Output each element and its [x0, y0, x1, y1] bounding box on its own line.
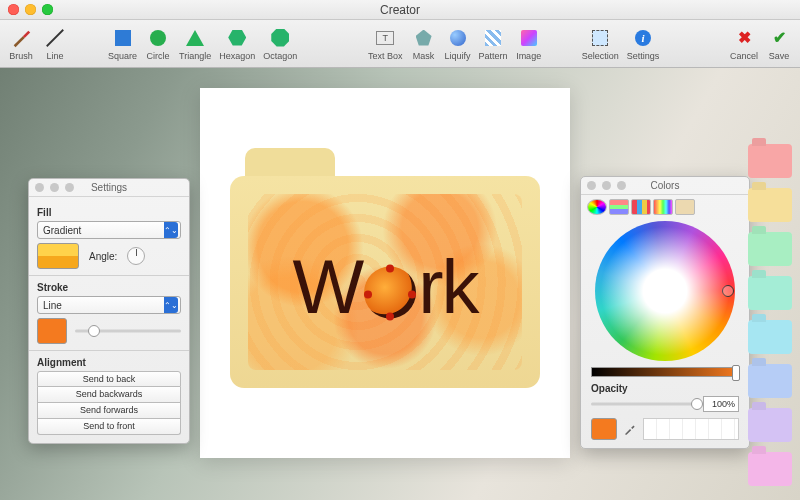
- save-button-label: Save: [769, 51, 790, 61]
- selection-tool[interactable]: Selection: [582, 27, 619, 61]
- image-tool[interactable]: Image: [516, 27, 542, 61]
- fill-section-label: Fill: [37, 207, 181, 218]
- save-icon: ✔: [771, 30, 787, 46]
- line-tool[interactable]: Line: [42, 27, 68, 61]
- folder-text-o-ornament: [364, 267, 416, 319]
- info-icon: i: [635, 30, 651, 46]
- folder-swatch-teal[interactable]: [748, 276, 792, 310]
- settings-tool-label: Settings: [627, 51, 660, 61]
- angle-label: Angle:: [89, 251, 117, 262]
- folder-swatch-green[interactable]: [748, 232, 792, 266]
- folder-swatch-yellow[interactable]: [748, 188, 792, 222]
- canvas[interactable]: Wrk: [200, 88, 570, 458]
- folder-swatch-magenta[interactable]: [748, 452, 792, 486]
- current-color-swatch[interactable]: [591, 418, 617, 440]
- selection-tool-label: Selection: [582, 51, 619, 61]
- settings-panel-titlebar[interactable]: Settings: [29, 179, 189, 197]
- circle-tool[interactable]: Circle: [145, 27, 171, 61]
- cancel-icon: ✖: [736, 30, 752, 46]
- brightness-slider[interactable]: [591, 367, 739, 377]
- slider-thumb[interactable]: [88, 325, 100, 337]
- settings-panel-title: Settings: [29, 182, 189, 193]
- cancel-button[interactable]: ✖ Cancel: [730, 27, 758, 61]
- settings-panel[interactable]: Settings Fill Gradient ⌃⌄ Angle: Stroke …: [28, 178, 190, 444]
- folder-color-swatches: [748, 144, 792, 486]
- pattern-tool[interactable]: Pattern: [479, 27, 508, 61]
- hexagon-tool-label: Hexagon: [219, 51, 255, 61]
- circle-icon: [150, 30, 166, 46]
- line-tool-label: Line: [46, 51, 63, 61]
- triangle-tool-label: Triangle: [179, 51, 211, 61]
- liquify-tool[interactable]: Liquify: [445, 27, 471, 61]
- eyedropper-icon[interactable]: [623, 422, 637, 436]
- cancel-button-label: Cancel: [730, 51, 758, 61]
- folder-artwork[interactable]: Wrk: [230, 148, 540, 388]
- color-picker-tabs: [581, 195, 749, 217]
- octagon-icon: [271, 29, 289, 47]
- send-to-front-button[interactable]: Send to front: [37, 419, 181, 435]
- fill-mode-value: Gradient: [43, 225, 81, 236]
- color-wheel-cursor[interactable]: [722, 285, 734, 297]
- settings-tool[interactable]: i Settings: [627, 27, 660, 61]
- brush-tool[interactable]: Brush: [8, 27, 34, 61]
- image-tool-label: Image: [516, 51, 541, 61]
- send-to-back-button[interactable]: Send to back: [37, 371, 181, 387]
- folder-swatch-purple[interactable]: [748, 408, 792, 442]
- colors-panel-title: Colors: [581, 180, 749, 191]
- opacity-field[interactable]: 100%: [703, 396, 739, 412]
- send-forwards-button[interactable]: Send forwards: [37, 403, 181, 419]
- stroke-mode-select[interactable]: Line ⌃⌄: [37, 296, 181, 314]
- opacity-label: Opacity: [591, 383, 739, 394]
- folder-swatch-blue[interactable]: [748, 364, 792, 398]
- send-backwards-button[interactable]: Send backwards: [37, 387, 181, 403]
- gradient-swatch[interactable]: [37, 243, 79, 269]
- color-wells[interactable]: [643, 418, 739, 440]
- color-crayons-tab[interactable]: [675, 199, 695, 215]
- folder-body: Wrk: [230, 176, 540, 388]
- mask-icon: [416, 30, 432, 46]
- color-palette-tab[interactable]: [631, 199, 651, 215]
- hexagon-icon: [228, 30, 246, 46]
- brightness-slider-thumb[interactable]: [732, 365, 740, 381]
- main-toolbar: Brush Line Square Circle Triangle Hexago…: [0, 20, 800, 68]
- stroke-color-swatch[interactable]: [37, 318, 67, 344]
- colors-panel-titlebar[interactable]: Colors: [581, 177, 749, 195]
- fill-mode-select[interactable]: Gradient ⌃⌄: [37, 221, 181, 239]
- save-button[interactable]: ✔ Save: [766, 27, 792, 61]
- textbox-icon: T: [376, 31, 394, 45]
- chevron-updown-icon: ⌃⌄: [164, 222, 178, 238]
- slider-track: [591, 403, 697, 406]
- color-sliders-tab[interactable]: [609, 199, 629, 215]
- folder-text[interactable]: Wrk: [230, 243, 540, 330]
- square-tool[interactable]: Square: [108, 27, 137, 61]
- stroke-mode-value: Line: [43, 300, 62, 311]
- window-title: Creator: [0, 3, 800, 17]
- brush-tool-label: Brush: [9, 51, 33, 61]
- textbox-tool-label: Text Box: [368, 51, 403, 61]
- textbox-tool[interactable]: T Text Box: [368, 27, 403, 61]
- triangle-tool[interactable]: Triangle: [179, 27, 211, 61]
- folder-text-suffix: rk: [418, 244, 477, 329]
- liquify-tool-label: Liquify: [445, 51, 471, 61]
- angle-knob[interactable]: [127, 247, 145, 265]
- stroke-width-slider[interactable]: [75, 324, 181, 338]
- brush-icon: [10, 27, 32, 49]
- opacity-slider[interactable]: [591, 397, 697, 411]
- line-icon: [44, 27, 66, 49]
- octagon-tool[interactable]: Octagon: [263, 27, 297, 61]
- mask-tool[interactable]: Mask: [411, 27, 437, 61]
- folder-swatch-pink[interactable]: [748, 144, 792, 178]
- color-wheel-tab[interactable]: [587, 199, 607, 215]
- pattern-icon: [485, 30, 501, 46]
- hexagon-tool[interactable]: Hexagon: [219, 27, 255, 61]
- divider: [29, 350, 189, 351]
- divider: [29, 275, 189, 276]
- folder-swatch-cyan[interactable]: [748, 320, 792, 354]
- color-wheel[interactable]: [595, 221, 735, 361]
- colors-panel[interactable]: Colors Opacity 100%: [580, 176, 750, 449]
- slider-thumb[interactable]: [691, 398, 703, 410]
- circle-tool-label: Circle: [147, 51, 170, 61]
- selection-icon: [592, 30, 608, 46]
- color-spectrum-tab[interactable]: [653, 199, 673, 215]
- square-icon: [115, 30, 131, 46]
